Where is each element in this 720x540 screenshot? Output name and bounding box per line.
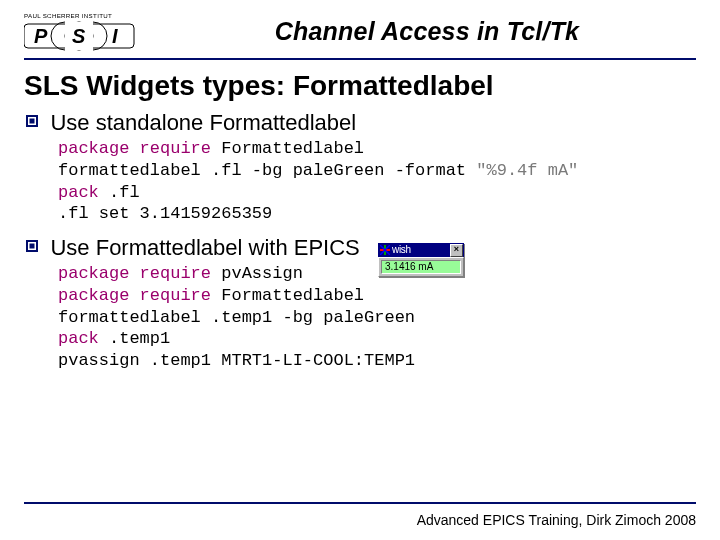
wish-close-button[interactable]: × bbox=[450, 244, 463, 257]
svg-rect-12 bbox=[30, 244, 35, 249]
square-bullet-icon bbox=[26, 240, 38, 252]
svg-text:S: S bbox=[72, 25, 86, 47]
bullet-1-text: Use standalone Formattedlabel bbox=[50, 110, 356, 135]
bullet-2-text: Use Formattedlabel with EPICS bbox=[50, 235, 359, 260]
square-bullet-icon bbox=[26, 115, 38, 127]
logo-top-text: PAUL SCHERRER INSTITUT bbox=[24, 12, 112, 19]
slide-title: Channel Access in Tcl/Tk bbox=[158, 17, 696, 46]
bullet-1: Use standalone Formattedlabel bbox=[26, 110, 696, 136]
divider-top bbox=[24, 58, 696, 60]
wish-window: wish × 3.1416 mA bbox=[378, 243, 464, 277]
slide-footer: Advanced EPICS Training, Dirk Zimoch 200… bbox=[417, 512, 696, 528]
psi-logo: PAUL SCHERRER INSTITUT P S I bbox=[24, 10, 144, 52]
wish-body: 3.1416 mA bbox=[378, 257, 464, 277]
page-heading: SLS Widgets types: Formattedlabel bbox=[24, 70, 696, 102]
svg-text:I: I bbox=[112, 25, 118, 47]
wish-window-title: wish bbox=[392, 245, 450, 255]
wish-app-icon bbox=[380, 245, 390, 255]
bullet-2: Use Formattedlabel with EPICS bbox=[26, 235, 696, 261]
divider-bottom bbox=[24, 502, 696, 504]
code-block-2: package require pvAssign package require… bbox=[58, 263, 696, 372]
code-block-1: package require Formattedlabel formatted… bbox=[58, 138, 696, 225]
svg-text:P: P bbox=[34, 25, 48, 47]
formattedlabel-value: 3.1416 mA bbox=[381, 260, 461, 274]
svg-rect-9 bbox=[30, 119, 35, 124]
wish-titlebar: wish × bbox=[378, 243, 464, 257]
